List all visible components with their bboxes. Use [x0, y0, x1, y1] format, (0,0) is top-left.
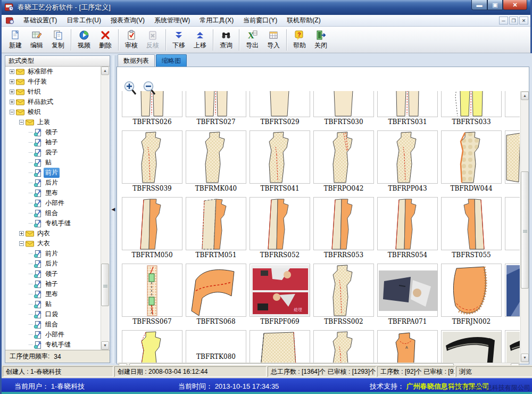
menu-item-6[interactable]: 联机帮助(Z) — [282, 14, 325, 27]
pattern-piece-image[interactable] — [250, 330, 310, 363]
thumbnail-cell-TBFRMK040[interactable]: TBFRMK040 — [186, 130, 246, 192]
thumbnail-cell-TBFRTM051[interactable]: TBFRTM051 — [186, 197, 246, 259]
thumbnail-cell-TBFRTS029[interactable]: TBFRTS029 — [250, 91, 310, 126]
mdi-restore-button[interactable]: ❐ — [509, 17, 518, 24]
maximize-button[interactable]: ▣ — [487, 0, 503, 10]
pattern-piece-image[interactable] — [377, 197, 438, 250]
expand-icon[interactable] — [10, 89, 14, 94]
menu-item-1[interactable]: 日常工作(U) — [62, 14, 106, 27]
collapse-icon[interactable] — [19, 120, 24, 125]
move-up-button[interactable]: 上移 — [189, 28, 211, 52]
mdi-minimize-button[interactable]: ─ — [499, 17, 508, 24]
tree-item-贴[interactable]: 贴 — [5, 158, 101, 168]
help-button[interactable]: ?帮助 — [289, 28, 310, 52]
tree-item-前片[interactable]: 前片 — [5, 249, 101, 259]
tree-scroll-up-icon[interactable]: ▲ — [101, 67, 109, 75]
pattern-piece-image[interactable] — [186, 197, 246, 250]
tree-item-上装[interactable]: 上装 — [5, 117, 101, 127]
tree-item-小部件[interactable]: 小部件 — [5, 198, 101, 208]
thumbnail-cell-TBFRSS039[interactable]: TBFRSS039 — [122, 130, 182, 192]
thumbnail-cell-TBFRTM050[interactable]: TBFRTM050 — [122, 197, 182, 259]
scroll-down-icon[interactable]: ▼ — [521, 354, 529, 362]
tab-thumbnails[interactable]: 缩略图 — [156, 54, 187, 67]
tree-item-内衣[interactable]: 内衣 — [5, 228, 101, 239]
pattern-piece-image[interactable] — [186, 91, 246, 117]
thumbnail-cell[interactable]: A — [377, 330, 438, 363]
thumbnail-cell-TBFRPF069[interactable]: 处理TBFRPF069 — [250, 264, 310, 325]
pattern-piece-image[interactable] — [122, 330, 182, 363]
tree-item-小部件[interactable]: 小部件 — [5, 330, 101, 340]
tree-scrollbar[interactable]: ▲ ▼ — [101, 67, 109, 350]
collapse-panel-icon[interactable]: ◀ — [112, 207, 115, 212]
thumbnail-cell[interactable] — [505, 130, 520, 192]
tree-item-专机手缝[interactable]: 专机手缝 — [5, 218, 101, 228]
thumbnail-cell-TBFRRS052[interactable]: TBFRRS052 — [250, 197, 310, 259]
thumbnail-cell-TBFRPO042[interactable]: TBFRPO042 — [313, 130, 374, 192]
pattern-piece-image[interactable] — [505, 197, 520, 250]
thumbnail-cell-TBFRTS027[interactable]: TBFRTS027 — [186, 91, 246, 126]
tree-item-里布[interactable]: 里布 — [5, 289, 101, 299]
zoom-in-button[interactable] — [123, 81, 137, 96]
pattern-piece-image[interactable] — [441, 330, 502, 363]
pattern-piece-image[interactable]: 处理 — [250, 264, 310, 317]
tree-scroll-thumb[interactable] — [101, 264, 109, 306]
thumbnail-cell-TBFRTS026[interactable]: TBFRTS026 — [122, 91, 182, 126]
collapse-icon[interactable] — [10, 110, 14, 114]
new-button[interactable]: 新建 — [5, 28, 26, 52]
tree-item-后片[interactable]: 后片 — [5, 259, 101, 269]
scroll-up-icon[interactable]: ▲ — [521, 92, 529, 100]
copy-button[interactable]: 复制 — [47, 28, 69, 52]
tree-item-里布[interactable]: 里布 — [5, 188, 101, 198]
thumbnail-cell-TBFRTS030[interactable]: TBFRTS030 — [313, 91, 374, 126]
menu-item-0[interactable]: 基础设置(T) — [19, 14, 62, 27]
tree-item-贴[interactable]: 贴 — [5, 299, 101, 309]
pattern-piece-image[interactable]: TBFRTK080 — [186, 330, 246, 363]
pattern-piece-image[interactable] — [313, 330, 374, 363]
zoom-out-button[interactable] — [143, 81, 156, 96]
expand-icon[interactable] — [19, 231, 24, 236]
thumbnail-cell[interactable] — [505, 264, 520, 325]
thumbnail-cell[interactable] — [313, 330, 374, 363]
tree-item-袖子[interactable]: 袖子 — [5, 279, 101, 289]
pattern-piece-image[interactable] — [505, 330, 520, 363]
thumbnail-cell-TBFRDW044[interactable]: TBFRDW044 — [441, 130, 502, 192]
thumbnail-cell-TBFRJN002[interactable]: TBFRJN002 — [441, 264, 502, 325]
tree-item-大衣[interactable]: 大衣 — [5, 239, 101, 249]
thumbnail-cell-TBFRST055[interactable]: TBFRST055 — [441, 197, 502, 259]
thumbnail-cell[interactable] — [441, 330, 502, 363]
tree-item-专机手缝[interactable]: 专机手缝 — [5, 340, 101, 350]
pattern-piece-image[interactable] — [441, 91, 502, 117]
pattern-piece-image[interactable] — [377, 130, 438, 184]
thumbnail-cell[interactable] — [505, 197, 520, 259]
menu-item-4[interactable]: 常用工具(X) — [195, 14, 238, 27]
tree-item-针织[interactable]: 针织 — [5, 87, 101, 97]
expand-icon[interactable] — [10, 100, 14, 104]
pattern-piece-image[interactable] — [505, 91, 520, 117]
pattern-piece-image[interactable] — [122, 264, 182, 317]
pattern-piece-image[interactable] — [313, 197, 374, 250]
pattern-piece-image[interactable] — [313, 91, 374, 117]
pattern-piece-image[interactable] — [441, 130, 502, 184]
move-down-button[interactable]: 下移 — [168, 28, 189, 52]
thumbnail-cell-TBFRSS067[interactable]: TBFRSS067 — [122, 264, 182, 325]
pattern-piece-image[interactable] — [250, 91, 310, 117]
tree-scroll-down-icon[interactable]: ▼ — [101, 341, 109, 350]
tree-item-口袋[interactable]: 口袋 — [5, 309, 101, 319]
expand-icon[interactable] — [10, 79, 14, 84]
pattern-piece-image[interactable] — [313, 264, 374, 317]
pattern-piece-image[interactable] — [250, 130, 310, 184]
pattern-piece-image[interactable] — [313, 130, 374, 184]
pattern-piece-image[interactable] — [122, 130, 182, 184]
tree-item-组合[interactable]: 组合 — [5, 319, 101, 330]
audit-button[interactable]: 审核 — [121, 28, 142, 52]
thumbnail-cell-TBFRTS041[interactable]: TBFRTS041 — [250, 130, 310, 192]
vertical-scrollbar[interactable]: ▲ ▼ — [520, 91, 529, 363]
menu-item-2[interactable]: 报表查询(V) — [106, 14, 149, 27]
tree-item-前片[interactable]: 前片 — [5, 168, 101, 178]
edit-button[interactable]: 编辑 — [26, 28, 47, 52]
close-button[interactable]: ✕ — [503, 0, 527, 10]
thumbnail-cell[interactable] — [122, 330, 182, 363]
exit-button[interactable]: 关闭 — [310, 28, 331, 52]
thumbnail-cell[interactable] — [505, 91, 520, 126]
thumbnail-cell[interactable] — [505, 330, 520, 363]
